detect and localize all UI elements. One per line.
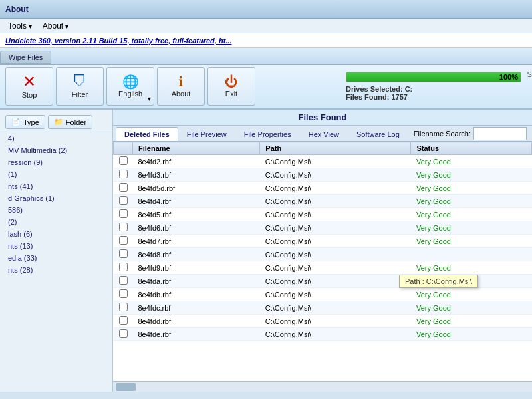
file-status: Very Good — [411, 182, 532, 195]
file-path: C:\Config.Msi\ — [260, 288, 411, 301]
type-button[interactable]: 📄 Type — [5, 115, 45, 129]
title-bar: About — [0, 0, 532, 19]
row-checkbox-7[interactable] — [119, 249, 128, 258]
file-status: Very Good — [411, 155, 532, 168]
progress-text: 100% — [499, 73, 518, 81]
file-path: C:\Config.Msi\ — [260, 221, 411, 235]
tab-deleted-files[interactable]: Deleted Files — [116, 127, 178, 141]
h-scroll-thumb[interactable] — [116, 383, 136, 391]
file-status: Very Good — [411, 288, 532, 301]
file-status: Very Good — [411, 221, 532, 235]
row-checkbox-4[interactable] — [119, 209, 128, 218]
english-label: English — [118, 90, 142, 98]
type-icon: 📄 — [11, 118, 21, 126]
title-bar-text: About — [5, 5, 29, 14]
row-checkbox-13[interactable] — [119, 329, 128, 338]
sidebar-item-7[interactable]: (2) — [0, 216, 112, 228]
promo-link[interactable]: Undelete 360, version 2.11 Build 15, tot… — [5, 37, 231, 45]
row-checkbox-3[interactable] — [119, 196, 128, 205]
file-path: C:\Config.Msi\ — [260, 208, 411, 221]
menu-bar: Tools About — [0, 19, 532, 33]
file-table-container[interactable]: Filename Path Status 8e4fd2.rbfC:\Config… — [113, 142, 532, 381]
wipe-files-tab[interactable]: Wipe Files — [0, 51, 51, 64]
file-path: C:\Config.Msi\ — [260, 182, 411, 195]
tab-file-properties[interactable]: File Properties — [235, 127, 300, 141]
file-status: Very Good — [411, 315, 532, 328]
file-name: 8e4fdd.rbf — [133, 315, 260, 328]
sidebar-item-6[interactable]: 586) — [0, 204, 112, 216]
file-name: 8e4fd5d.rbf — [133, 182, 260, 195]
table-row[interactable]: 8e4fdd.rbfC:\Config.Msi\Very Good — [114, 315, 532, 328]
about-label: About — [172, 90, 191, 98]
table-row[interactable]: 8e4fd7.rbfC:\Config.Msi\Very Good — [114, 235, 532, 248]
drives-selected-value: C: — [405, 85, 413, 93]
file-table-body: 8e4fd2.rbfC:\Config.Msi\Very Good8e4fd3.… — [114, 155, 532, 341]
file-status: Very Good — [411, 301, 532, 315]
sidebar-item-4[interactable]: nts (41) — [0, 180, 112, 192]
table-row[interactable]: 8e4fd2.rbfC:\Config.Msi\Very Good — [114, 155, 532, 168]
sidebar-item-2[interactable]: ression (9) — [0, 156, 112, 168]
sidebar: 📄 Type 📁 Folder 4)MV Multimedia (2)ressi… — [0, 110, 113, 392]
h-scrollbar[interactable] — [113, 381, 532, 392]
row-checkbox-8[interactable] — [119, 263, 128, 271]
table-row[interactable]: 8e4fd4.rbfC:\Config.Msi\Very Good — [114, 195, 532, 208]
sidebar-item-1[interactable]: MV Multimedia (2) — [0, 144, 112, 156]
stop-button[interactable]: ✕ Stop — [5, 67, 53, 106]
file-name: 8e4fd4.rbf — [133, 195, 260, 208]
table-row[interactable]: 8e4fd8.rbfC:\Config.Msi\ — [114, 248, 532, 261]
sidebar-item-5[interactable]: d Graphics (1) — [0, 192, 112, 204]
sidebar-item-0[interactable]: 4) — [0, 132, 112, 144]
tab-file-preview[interactable]: File Preview — [178, 127, 235, 141]
table-row[interactable]: 8e4fde.rbfC:\Config.Msi\Very Good — [114, 328, 532, 341]
folder-button[interactable]: 📁 Folder — [48, 115, 92, 129]
row-checkbox-1[interactable] — [119, 170, 128, 178]
promo-bar: Undelete 360, version 2.11 Build 15, tot… — [0, 33, 532, 48]
file-path: C:\Config.Msi\ — [260, 248, 411, 261]
row-checkbox-9[interactable] — [119, 276, 128, 285]
row-checkbox-0[interactable] — [119, 156, 128, 165]
file-status: Very Good — [411, 261, 532, 275]
filter-label: Filter — [72, 90, 88, 98]
english-button[interactable]: 🌐 English — [106, 67, 154, 106]
search-input[interactable] — [473, 127, 527, 140]
table-row[interactable]: 8e4fd6.rbfC:\Config.Msi\Very Good — [114, 221, 532, 235]
file-status — [411, 248, 532, 261]
tab-software-log[interactable]: Software Log — [348, 127, 408, 141]
sidebar-item-8[interactable]: lash (6) — [0, 228, 112, 240]
sidebar-item-11[interactable]: nts (28) — [0, 264, 112, 276]
table-row[interactable]: 8e4fd5d.rbfC:\Config.Msi\Very Good — [114, 182, 532, 195]
menu-tools[interactable]: Tools — [3, 20, 37, 32]
file-name: 8e4fdc.rbf — [133, 301, 260, 315]
table-row[interactable]: 8e4fd3.rbfC:\Config.Msi\Very Good — [114, 168, 532, 182]
row-checkbox-11[interactable] — [119, 303, 128, 311]
row-checkbox-5[interactable] — [119, 223, 128, 231]
col-path: Path — [260, 142, 411, 155]
row-checkbox-12[interactable] — [119, 316, 128, 325]
row-checkbox-2[interactable] — [119, 183, 128, 192]
file-status: Very Good — [411, 195, 532, 208]
tab-hex-view[interactable]: Hex View — [300, 127, 348, 141]
table-row[interactable]: 8e4fda.rbfC:\Config.Msi\Very Good — [114, 275, 532, 288]
filter-button[interactable]: ⛉ Filter — [56, 67, 104, 106]
file-path: C:\Config.Msi\ — [260, 155, 411, 168]
row-checkbox-10[interactable] — [119, 289, 128, 298]
file-name: 8e4fde.rbf — [133, 328, 260, 341]
table-row[interactable]: 8e4fd5.rbfC:\Config.Msi\Very Good — [114, 208, 532, 221]
about-button[interactable]: ℹ About — [157, 67, 205, 106]
row-checkbox-6[interactable] — [119, 236, 128, 245]
exit-label: Exit — [225, 90, 237, 98]
table-row[interactable]: 8e4fdc.rbfC:\Config.Msi\Very Good — [114, 301, 532, 315]
table-row[interactable]: 8e4fd9.rbfC:\Config.Msi\Very Good — [114, 261, 532, 275]
file-table: Filename Path Status 8e4fd2.rbfC:\Config… — [113, 142, 532, 341]
col-check — [114, 142, 133, 155]
sidebar-item-10[interactable]: edia (33) — [0, 252, 112, 264]
file-status: Very Good — [411, 328, 532, 341]
file-name: 8e4fd8.rbf — [133, 248, 260, 261]
files-found: Files Found: 1757 — [346, 93, 521, 101]
table-row[interactable]: 8e4fdb.rbfC:\Config.Msi\Very Good — [114, 288, 532, 301]
sidebar-item-3[interactable]: (1) — [0, 168, 112, 180]
col-filename: Filename — [133, 142, 260, 155]
sidebar-item-9[interactable]: nts (13) — [0, 240, 112, 252]
exit-button[interactable]: ⏻ Exit — [207, 67, 255, 106]
menu-about[interactable]: About — [37, 20, 74, 32]
